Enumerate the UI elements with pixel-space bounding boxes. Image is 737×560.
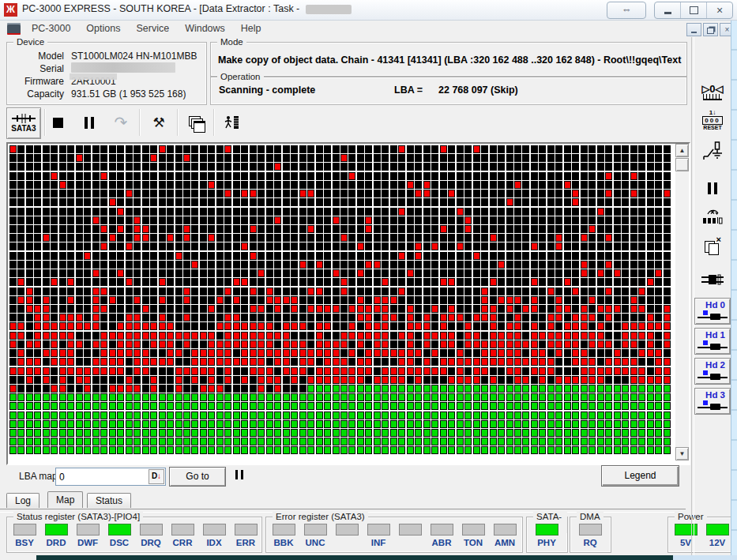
resume-button[interactable]: ↷ [109,107,133,138]
pause-icon [708,182,717,194]
utilities-button[interactable]: ⚒ [147,107,171,138]
led-DWF: DWF [72,524,103,547]
hd2-button[interactable]: Hd 2 [694,358,731,385]
toolbar-separator [139,109,141,136]
close-button[interactable]: × [707,2,732,18]
led-label: 12V [709,538,725,547]
operation-group-legend: Operation [217,71,264,82]
legend-button[interactable]: Legend [601,465,679,487]
device-group-legend: Device [13,36,47,47]
INF-led [367,524,390,536]
led-IDX: IDX [198,524,230,547]
sidebar-pause-button[interactable] [695,175,730,201]
cancel-copy-button[interactable]: × [695,233,730,260]
capacity-label: Capacity [10,88,64,100]
right-edge-strip [731,21,737,555]
red-down-arrow-icon: ↓ [157,472,161,480]
head-icon [703,340,708,345]
register-panel: Status register (SATA3)-[PIO4] BSYDRDDWF… [0,515,737,554]
CRR-led [171,524,194,536]
close-icon: × [716,5,723,16]
menu-pc3000[interactable]: PC-3000 [24,21,78,37]
exit-task-button[interactable] [220,107,243,138]
map-pause-icon[interactable] [235,470,243,479]
led-RQ: RQ [572,524,608,547]
led-DRQ: DRQ [135,524,167,547]
tab-status[interactable]: Status [87,493,131,508]
maximize-button[interactable] [681,2,707,18]
sata-bus-icon [12,114,36,123]
pause-icon [85,117,94,129]
RQ-led [579,524,602,536]
goto-button[interactable]: Go to [169,467,226,487]
led-label: BSY [15,538,34,547]
menu-help[interactable]: Help [233,21,269,37]
windows-list-button[interactable] [185,107,209,138]
lba-input[interactable] [58,469,149,484]
stop-button[interactable] [46,107,70,138]
led-label: PHY [537,538,556,547]
menu-bar: PC-3000 Options Service Windows Help × [0,21,737,38]
reset-label: RESET [703,125,721,131]
device-fields: Model ST1000LM024 HN-M101MBB Serial Firm… [10,50,203,100]
menu-service[interactable]: Service [128,21,177,37]
mdi-window-controls: × [686,23,735,36]
scroll-down-button[interactable]: ▼ [675,447,689,460]
scrollbar-thumb[interactable] [675,158,689,171]
led-PHY: PHY [528,524,565,547]
hd0-button[interactable]: Hd 0 [694,298,731,325]
lba-sector-map[interactable] [9,145,672,455]
led-label: TON [464,538,483,547]
dma-legend: DMA [577,511,604,522]
map-scrollbar[interactable]: ▲ ▼ [675,144,689,460]
pc3000-icon [7,23,21,35]
DRQ-led [140,524,163,536]
led-label: ABR [432,538,452,547]
resize-button[interactable]: ⇔ [607,2,646,19]
window-title: PC-3000 EXPRESS - SOUTH KOREA - [Data Ex… [22,3,352,14]
exit-person-icon [223,115,240,130]
menu-options[interactable]: Options [78,21,128,37]
counter-reset-button[interactable]: 1↓ 000 RESET [695,107,730,133]
sata3-label: SATA3 [11,124,36,133]
hd-button-label: Hd 1 [705,330,725,340]
pause-button[interactable] [77,107,101,138]
counter-zero-icon: ▷0◁ [701,84,723,94]
title-bar: Ж PC-3000 EXPRESS - SOUTH KOREA - [Data … [0,0,737,21]
head-select-button[interactable] [695,266,730,293]
skip-sector-button[interactable] [695,203,730,230]
tab-log[interactable]: Log [6,493,39,508]
led-UNC: UNC [299,524,331,547]
tab-map[interactable]: Map [47,491,83,508]
BBK-led [273,524,295,536]
menu-windows[interactable]: Windows [177,21,233,37]
capacity-value: 931.51 GB (1 953 525 168) [71,88,186,100]
lba-label: LBA = [394,85,423,96]
status-leds: BSYDRDDWFDSCDRQCRRIDXERR [9,524,261,547]
mdi-restore-icon [707,28,714,34]
hd1-button[interactable]: Hd 1 [694,328,731,355]
TON-led [462,524,485,536]
head-icon [703,400,708,405]
minimize-button[interactable] [655,2,681,18]
scroll-up-button[interactable]: ▲ [675,144,689,157]
power-switch-button[interactable] [695,138,730,165]
led-DRD: DRD [40,524,72,547]
hd-button-label: Hd 0 [705,300,725,310]
reset-one-icon: 1↓ [709,110,716,116]
mdi-minimize-button[interactable] [686,23,701,36]
decimal-dropdown-button[interactable]: D↓ [149,469,164,484]
DRD-led [45,524,68,536]
sidebar-divider [691,37,694,555]
skip-jump-icon [702,209,723,224]
mdi-minimize-icon [691,32,697,33]
firmware-partial-redaction [70,73,117,80]
hd3-button[interactable]: Hd 3 [694,388,731,415]
device-firmware-row: Firmware 2AR10001 [10,75,203,88]
zero-calibration-button[interactable]: ▷0◁ [695,78,730,105]
mdi-restore-button[interactable] [703,23,718,36]
head-icon [703,370,708,375]
led-label: DRQ [141,538,161,547]
counter-digits-icon: 000 [702,116,722,125]
sata3-port-button[interactable]: SATA3 [6,107,41,139]
